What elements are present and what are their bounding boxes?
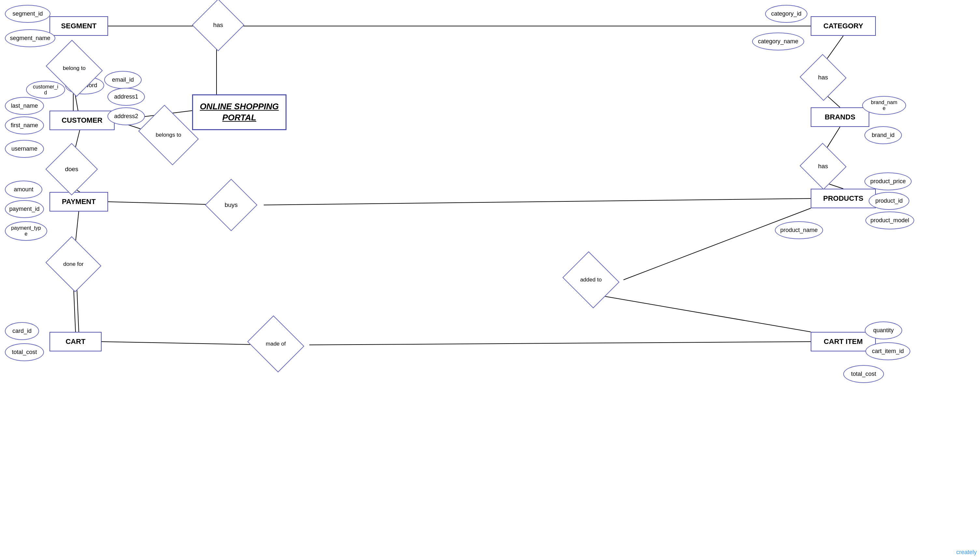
- product-id-attr: product_id: [869, 192, 909, 210]
- done-for-relation: done for: [53, 246, 94, 282]
- customer-entity: CUSTOMER: [50, 111, 114, 130]
- brand-name-attr: brand_nam e: [862, 96, 906, 115]
- has-brand-relation: has: [807, 150, 839, 182]
- cart-entity: CART: [50, 332, 101, 351]
- svg-line-16: [623, 208, 811, 280]
- added-to-relation: added to: [570, 262, 612, 298]
- buys-relation: buys: [213, 187, 249, 223]
- svg-line-14: [101, 342, 270, 345]
- quantity-attr: quantity: [865, 321, 902, 339]
- belong-to-relation: belong to: [53, 50, 95, 86]
- amount-attr: amount: [5, 180, 42, 198]
- main-entity: ONLINE SHOPPING PORTAL: [192, 94, 287, 130]
- does-relation: does: [54, 151, 90, 187]
- has-top-relation: has: [200, 7, 236, 43]
- svg-line-10: [264, 198, 811, 205]
- category-name-attr: category_name: [752, 33, 804, 50]
- address1-attr: address1: [108, 88, 145, 106]
- email-id-attr: email_id: [104, 71, 142, 89]
- username-attr: username: [5, 140, 44, 158]
- payment-entity: PAYMENT: [50, 192, 108, 212]
- has-cat-relation: has: [807, 62, 839, 93]
- watermark: creately: [956, 549, 977, 556]
- brands-entity: BRANDS: [811, 108, 869, 127]
- first-name-attr: first_name: [5, 116, 44, 134]
- card-id-attr: card_id: [5, 322, 39, 340]
- made-of-relation: made of: [255, 326, 297, 362]
- svg-line-15: [309, 342, 811, 345]
- payment-id-attr: payment_id: [5, 200, 44, 218]
- product-model-attr: product_model: [866, 212, 914, 229]
- brand-id-attr: brand_id: [864, 126, 902, 144]
- belongs-to-relation: belongs to: [145, 117, 192, 153]
- product-price-attr: product_price: [864, 172, 912, 190]
- segment-entity: SEGMENT: [50, 16, 108, 36]
- segment-name-attr: segment_name: [5, 29, 55, 47]
- last-name-attr: last_name: [5, 97, 44, 115]
- cart-item-id-attr: cart_item_id: [866, 342, 910, 360]
- total-cost-cart-attr: total_cost: [5, 343, 44, 361]
- address2-attr: address2: [108, 108, 145, 125]
- segment-id-attr: segment_id: [5, 5, 50, 23]
- payment-type-attr: payment_typ e: [5, 221, 47, 241]
- category-id-attr: category_id: [765, 5, 808, 23]
- svg-line-17: [603, 296, 811, 332]
- products-entity: PRODUCTS: [811, 189, 876, 208]
- total-cost-ci-attr: total_cost: [843, 365, 884, 383]
- category-entity: CATEGORY: [811, 16, 876, 36]
- product-name-attr: product_name: [775, 221, 823, 239]
